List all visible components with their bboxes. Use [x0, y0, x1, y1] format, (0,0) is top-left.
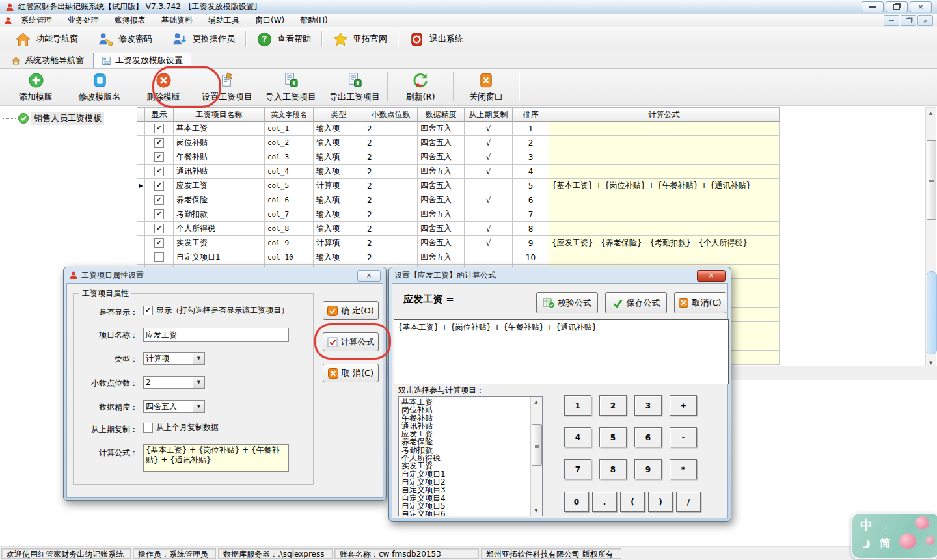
- keypad-9[interactable]: 9: [634, 459, 662, 479]
- keypad-dot[interactable]: .: [592, 492, 617, 512]
- list-item[interactable]: 自定义项目6: [401, 510, 542, 516]
- rename-template-button[interactable]: 修改模版名: [68, 69, 131, 105]
- decimals-select[interactable]: 2▼: [143, 376, 205, 389]
- tab-system-nav[interactable]: 系统功能导航窗: [3, 53, 92, 68]
- keypad-7[interactable]: 7: [564, 459, 591, 479]
- list-item[interactable]: 养老保险: [401, 438, 542, 446]
- calc-formula-button[interactable]: 计算公式: [323, 332, 379, 351]
- keypad-5[interactable]: 5: [599, 427, 627, 447]
- scroll-up-arrow[interactable]: ▲: [531, 397, 541, 407]
- col-header-field[interactable]: 英文字段名: [265, 107, 314, 122]
- col-header-show[interactable]: 显示: [145, 107, 174, 122]
- chevron-down-icon[interactable]: ▼: [193, 377, 204, 388]
- keypad-open-paren[interactable]: (: [620, 492, 645, 512]
- official-site-button[interactable]: 亚拓官网: [323, 27, 397, 51]
- show-checkbox[interactable]: [154, 252, 164, 262]
- switch-operator-button[interactable]: 更换操作员: [162, 27, 245, 51]
- keypad-3[interactable]: 3: [634, 395, 662, 416]
- list-item[interactable]: 实发工资: [401, 462, 542, 470]
- chevron-down-icon[interactable]: ▼: [193, 401, 204, 412]
- col-header-precision[interactable]: 数据精度: [418, 107, 465, 122]
- keypad-2[interactable]: 2: [599, 395, 627, 416]
- scrollbar-thumb[interactable]: [927, 140, 936, 220]
- scroll-down-arrow[interactable]: ▼: [531, 505, 541, 516]
- tab-salary-template-settings[interactable]: 工资发放模版设置: [93, 53, 191, 68]
- col-header-decimals[interactable]: 小数点位数: [364, 107, 418, 122]
- keypad-1[interactable]: 1: [564, 395, 591, 416]
- keypad-divide[interactable]: /: [676, 492, 701, 512]
- show-checkbox[interactable]: ✔: [154, 181, 164, 191]
- outer-scrollbar-thumb[interactable]: [927, 271, 937, 354]
- menu-system[interactable]: 系统管理: [14, 14, 59, 27]
- delete-template-button[interactable]: 删除模版: [131, 69, 195, 105]
- table-row[interactable]: 自定义项目1col_10输入项2四舍五入10: [137, 250, 780, 265]
- show-checkbox[interactable]: ✔: [154, 138, 164, 148]
- precision-select[interactable]: 四舍五入▼: [143, 400, 205, 413]
- mdi-minimize-button[interactable]: [884, 15, 899, 26]
- tree-item-sales-template[interactable]: 销售人员工资模板: [3, 112, 104, 125]
- calc-items-listbox[interactable]: 基本工资 岗位补贴 午餐补贴 通讯补贴 应发工资 养老保险 考勤扣款 个人所得税…: [398, 396, 543, 516]
- close-button[interactable]: ×: [910, 1, 932, 12]
- type-select[interactable]: 计算项▼: [143, 352, 205, 365]
- keypad-minus[interactable]: -: [670, 427, 697, 447]
- scroll-up-arrow[interactable]: ▲: [926, 108, 936, 118]
- restore-button[interactable]: [886, 1, 908, 12]
- table-row[interactable]: ✔通讯补贴col_4输入项2四舍五入√4: [137, 165, 780, 179]
- show-checkbox[interactable]: ✔: [154, 167, 164, 176]
- change-password-button[interactable]: 修改密码: [88, 27, 162, 51]
- add-template-button[interactable]: 添加模版: [4, 69, 68, 105]
- formula-preview-box[interactable]: {基本工资} + {岗位补贴} + {午餐补贴} + {通讯补贴}: [143, 444, 289, 472]
- scrollbar-thumb[interactable]: [532, 424, 542, 466]
- keypad-4[interactable]: 4: [564, 427, 591, 447]
- item-name-input[interactable]: [143, 328, 289, 342]
- show-checkbox[interactable]: ✔: [143, 306, 153, 315]
- keypad-multiply[interactable]: *: [670, 459, 697, 479]
- keypad-6[interactable]: 6: [634, 427, 662, 447]
- col-header-item-name[interactable]: 工资项目名称: [174, 107, 265, 122]
- menu-basedata[interactable]: 基础资料: [154, 14, 200, 27]
- set-salary-items-button[interactable]: 设置工资项目: [195, 69, 259, 105]
- show-checkbox[interactable]: ✔: [154, 209, 164, 219]
- table-row[interactable]: ✔个人所得税col_8输入项2四舍五入√8: [137, 222, 780, 236]
- col-header-type[interactable]: 类型: [314, 107, 364, 122]
- keypad-close-paren[interactable]: ): [648, 492, 673, 512]
- import-salary-items-button[interactable]: 导入工资项目: [259, 69, 323, 105]
- chevron-down-icon[interactable]: ▼: [193, 353, 204, 364]
- copy-checkbox[interactable]: [143, 423, 153, 433]
- table-row-selected[interactable]: ▶✔应发工资col_5计算项2四舍五入5{基本工资} + {岗位补贴} + {午…: [137, 179, 780, 193]
- col-header-copy[interactable]: 从上期复制: [465, 107, 513, 122]
- col-header-formula[interactable]: 计算公式: [549, 107, 780, 122]
- show-checkbox[interactable]: ✔: [154, 195, 164, 205]
- save-formula-button[interactable]: 保存公式: [605, 292, 667, 313]
- menu-business[interactable]: 业务处理: [61, 14, 106, 27]
- cancel-button[interactable]: 取消(C): [674, 292, 726, 313]
- show-checkbox[interactable]: ✔: [154, 152, 164, 162]
- menu-reports[interactable]: 账簿报表: [107, 14, 153, 27]
- list-item[interactable]: 岗位补贴: [401, 406, 542, 414]
- keypad-plus[interactable]: +: [670, 395, 697, 416]
- table-row[interactable]: ✔午餐补贴col_3输入项2四舍五入√3: [137, 150, 780, 165]
- ok-button[interactable]: 确 定(O): [323, 301, 379, 320]
- show-checkbox[interactable]: ✔: [154, 238, 164, 248]
- minimize-button[interactable]: [862, 1, 884, 12]
- mdi-restore-button[interactable]: [901, 15, 916, 26]
- col-header-order[interactable]: 排序: [513, 107, 549, 122]
- export-salary-items-button[interactable]: 导出工资项目: [323, 69, 387, 105]
- cancel-button[interactable]: 取 消(C): [323, 364, 379, 382]
- table-row[interactable]: ✔岗位补贴col_2输入项2四舍五入√2: [137, 136, 780, 150]
- table-row[interactable]: ✔基本工资col_1输入项2四舍五入√1: [137, 122, 780, 136]
- dialog-close-button[interactable]: ×: [357, 270, 381, 282]
- listbox-scrollbar[interactable]: ▲ ▼: [530, 397, 542, 516]
- table-row[interactable]: ✔养老保险col_6输入项2四舍五入√6: [137, 193, 780, 207]
- close-window-button[interactable]: 关闭窗口: [454, 69, 518, 105]
- show-checkbox[interactable]: ✔: [154, 124, 164, 133]
- validate-formula-button[interactable]: 校验公式: [536, 292, 598, 313]
- table-row[interactable]: ✔考勤扣款col_7输入项2四舍五入7: [137, 207, 780, 222]
- exit-system-button[interactable]: 退出系统: [399, 27, 473, 51]
- nav-window-button[interactable]: 功能导航窗: [5, 27, 88, 51]
- ime-toolbar[interactable]: 中 ， 简: [851, 513, 937, 559]
- menu-window[interactable]: 窗口(W): [248, 14, 292, 27]
- refresh-button[interactable]: 刷新(R): [388, 69, 452, 105]
- keypad-0[interactable]: 0: [564, 492, 589, 512]
- formula-input-area[interactable]: {基本工资} + {岗位补贴} + {午餐补贴} + {通讯补贴}: [394, 319, 729, 384]
